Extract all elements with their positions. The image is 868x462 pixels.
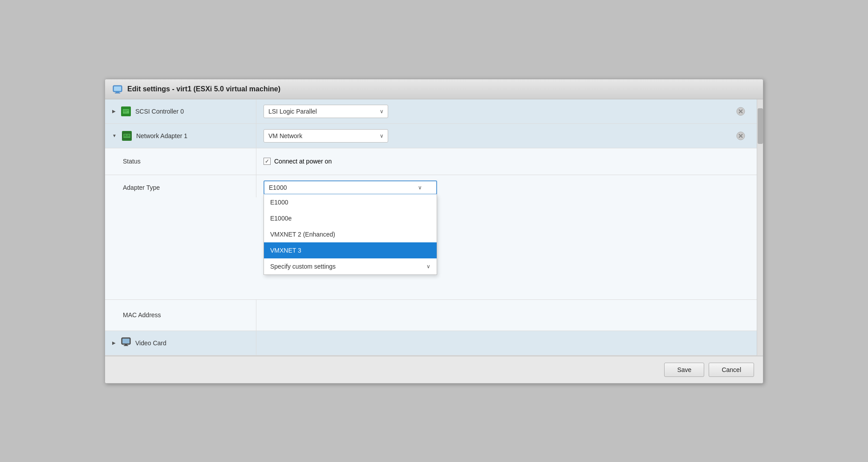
title-bar: Edit settings - virt1 (ESXi 5.0 virtual …	[105, 79, 763, 99]
status-row: Status Connect at power on	[105, 148, 757, 175]
scsi-icon	[121, 106, 131, 116]
save-button[interactable]: Save	[664, 363, 704, 377]
dialog-title: Edit settings - virt1 (ESXi 5.0 virtual …	[127, 85, 280, 93]
adapter-type-value-cell: E1000 ∨ E1000 E1000e VMXNET 2 (Enhanced)…	[256, 175, 757, 200]
connect-power-on-checkbox[interactable]	[264, 158, 271, 165]
network-select-wrapper: VM Network	[264, 129, 388, 143]
net-icon	[122, 131, 132, 141]
svg-rect-7	[123, 111, 127, 112]
svg-rect-15	[124, 136, 130, 137]
video-card-label: Video Card	[135, 339, 166, 347]
adapter-dropdown-arrow-icon: ∨	[418, 184, 422, 191]
video-expand-arrow[interactable]: ▶	[112, 340, 116, 345]
scsi-expand-arrow[interactable]: ▶	[112, 109, 116, 114]
svg-rect-6	[123, 110, 129, 111]
video-card-value-cell	[256, 331, 757, 355]
scrollbar-thumb[interactable]	[758, 108, 763, 144]
network-select[interactable]: VM Network	[264, 129, 388, 143]
svg-rect-13	[124, 135, 126, 136]
connect-power-on-label: Connect at power on	[274, 158, 332, 165]
svg-rect-3	[115, 93, 120, 94]
adapter-type-dropdown: E1000 ∨ E1000 E1000e VMXNET 2 (Enhanced)…	[264, 180, 437, 195]
adapter-type-label: Adapter Type	[123, 184, 160, 191]
dropdown-item-custom[interactable]: Specify custom settings ∨	[264, 258, 437, 274]
dropdown-item-vmxnet2[interactable]: VMXNET 2 (Enhanced)	[264, 226, 437, 242]
network-expand-arrow[interactable]: ▼	[112, 133, 117, 138]
edit-settings-dialog: Edit settings - virt1 (ESXi 5.0 virtual …	[105, 79, 763, 384]
dropdown-item-e1000[interactable]: E1000	[264, 194, 437, 210]
scsi-select-wrapper: LSI Logic Parallel	[264, 105, 388, 118]
custom-settings-arrow-icon: ∨	[426, 263, 430, 270]
adapter-type-list: E1000 E1000e VMXNET 2 (Enhanced) VMXNET …	[264, 194, 437, 275]
mac-address-label-cell: MAC Address	[105, 300, 256, 331]
scsi-device-icon	[121, 106, 131, 116]
svg-rect-1	[114, 86, 121, 91]
video-card-label-cell: ▶ Video Card	[105, 331, 256, 355]
adapter-type-label-cell: Adapter Type	[105, 175, 256, 197]
network-value-cell: VM Network	[256, 124, 757, 148]
custom-settings-label: Specify custom settings	[270, 263, 336, 270]
scsi-controller-row: ▶ SCSI Controller 0	[105, 99, 757, 124]
network-remove-button[interactable]	[736, 131, 745, 140]
monitor-device-icon	[121, 338, 131, 348]
mac-address-row: MAC Address	[105, 300, 757, 331]
dialog-icon	[112, 84, 123, 94]
status-label-cell: Status	[105, 148, 256, 175]
status-value-cell: Connect at power on	[256, 148, 757, 175]
settings-table: ▶ SCSI Controller 0	[105, 99, 757, 356]
mac-address-label: MAC Address	[123, 311, 161, 319]
scsi-type-select[interactable]: LSI Logic Parallel	[264, 105, 388, 118]
scsi-value-cell: LSI Logic Parallel	[256, 99, 757, 123]
svg-rect-22	[124, 345, 128, 346]
adapter-type-row: Adapter Type E1000 ∨ E1000 E1000e VMXNET…	[105, 175, 757, 300]
network-adapter-row: ▼ Network Adapter 1	[105, 124, 757, 148]
svg-rect-2	[116, 92, 119, 93]
svg-rect-20	[122, 339, 130, 343]
network-label: Network Adapter 1	[136, 132, 187, 139]
scrollbar-track[interactable]	[757, 99, 763, 356]
dropdown-item-vmxnet3[interactable]: VMXNET 3	[264, 242, 437, 258]
scsi-label-cell: ▶ SCSI Controller 0	[105, 99, 256, 123]
connect-power-on-area: Connect at power on	[264, 158, 332, 165]
adapter-type-current: E1000	[269, 184, 287, 191]
adapter-type-selected[interactable]: E1000 ∨	[264, 180, 437, 195]
scsi-remove-button[interactable]	[736, 107, 745, 116]
svg-rect-12	[123, 134, 130, 138]
content-area: ▶ SCSI Controller 0	[105, 99, 763, 356]
dropdown-item-e1000e[interactable]: E1000e	[264, 210, 437, 226]
cancel-button[interactable]: Cancel	[709, 363, 754, 377]
monitor-icon	[121, 337, 131, 349]
network-label-cell: ▼ Network Adapter 1	[105, 124, 256, 148]
svg-rect-21	[125, 344, 127, 345]
dialog-footer: Save Cancel	[105, 356, 763, 383]
video-card-row: ▶ Video Card	[105, 331, 757, 356]
scsi-label: SCSI Controller 0	[135, 108, 184, 115]
mac-address-value-cell	[256, 300, 757, 331]
svg-rect-14	[127, 135, 130, 136]
net-device-icon	[122, 131, 132, 141]
status-label: Status	[123, 158, 141, 165]
